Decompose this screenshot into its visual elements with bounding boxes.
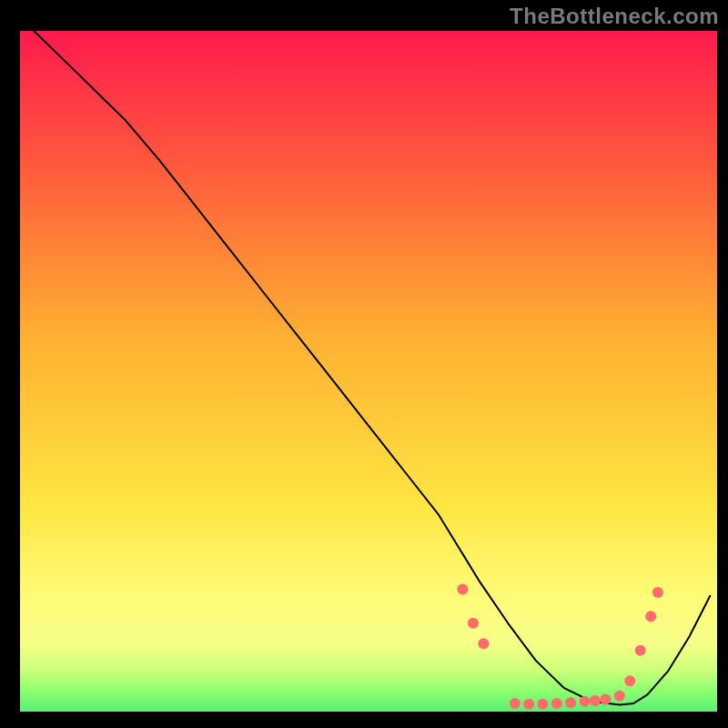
chart-svg [0,0,728,728]
watermark-label: TheBottleneck.com [510,4,719,29]
marker-dot [614,691,625,702]
marker-dot [600,694,611,705]
marker-dot [523,699,534,710]
chart-container: TheBottleneck.com [0,0,728,728]
marker-dot [624,675,635,686]
marker-dot [468,618,479,629]
marker-dot [590,695,601,706]
marker-dot [551,698,562,709]
marker-dot [645,611,656,622]
marker-dot [538,699,549,710]
marker-dot [635,645,646,656]
marker-dot [510,698,521,709]
marker-dot [457,583,468,594]
marker-dot [652,587,663,598]
highlight-band [20,521,717,712]
plot-area [20,31,717,712]
marker-dot [478,638,489,649]
marker-dot [565,697,576,708]
marker-dot [580,696,591,707]
